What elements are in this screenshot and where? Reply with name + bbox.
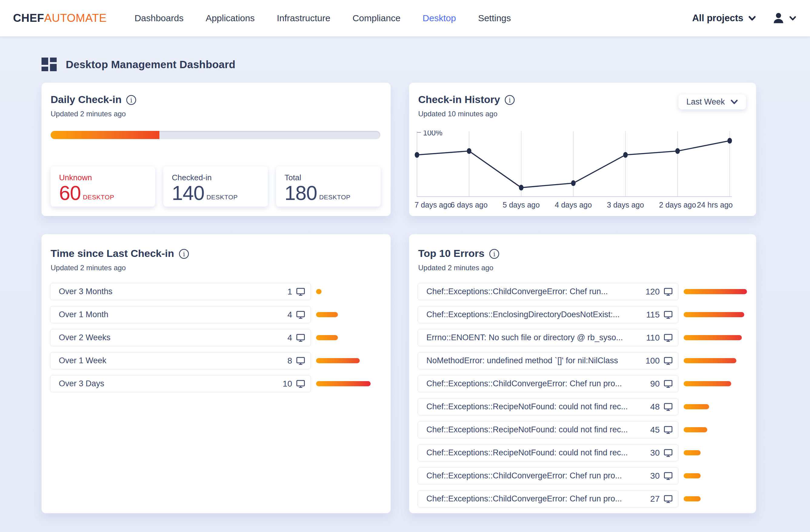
nav-item[interactable]: Applications [206, 13, 255, 23]
row-label: Chef::Exceptions::EnclosingDirectoryDoes… [426, 310, 646, 319]
user-menu-button[interactable] [772, 12, 796, 25]
page-title-row: Desktop Management Dashboard [42, 57, 810, 71]
time-row-box[interactable]: Over 1 Month 4 [50, 306, 311, 323]
error-row-box[interactable]: NoMethodError: undefined method `[]' for… [418, 352, 679, 369]
nav-item[interactable]: Infrastructure [277, 13, 330, 23]
checkin-history-chart: 100%7 days ago6 days ago5 days ago4 days… [409, 131, 756, 212]
row-label: Chef::Exceptions::RecipeNotFound: could … [426, 425, 650, 434]
row-label: Chef::Exceptions::RecipeNotFound: could … [426, 448, 650, 458]
error-row-box[interactable]: Chef::Exceptions::ChildConvergeError: Ch… [418, 467, 679, 484]
row-bar [684, 358, 736, 363]
history-chart-svg: 100%7 days ago6 days ago5 days ago4 days… [409, 131, 756, 212]
chevron-down-icon [789, 15, 796, 21]
chef-automate-logo[interactable]: CHEFAUTOMATE [13, 12, 107, 24]
top-navigation: CHEFAUTOMATE Dashboards Applications Inf… [0, 0, 810, 36]
info-icon[interactable]: i [489, 248, 500, 259]
nav-item[interactable]: Desktop [423, 13, 456, 23]
row-count: 100 [646, 356, 660, 366]
list-item: Chef::Exceptions::RecipeNotFound: could … [418, 421, 756, 438]
time-since-card: Time since Last Check-in i Updated 2 min… [42, 234, 391, 513]
nav-item[interactable]: Compliance [353, 13, 400, 23]
info-icon[interactable]: i [504, 95, 515, 105]
nav-item[interactable]: Settings [478, 13, 511, 23]
error-row-box[interactable]: Chef::Exceptions::RecipeNotFound: could … [418, 421, 679, 438]
info-icon[interactable]: i [126, 95, 137, 105]
stat-unknown[interactable]: Unknown 60 DESKTOP [51, 166, 155, 206]
list-item: Chef::Exceptions::ChildConvergeError: Ch… [418, 467, 756, 484]
time-range-selector[interactable]: Last Week [678, 94, 746, 110]
svg-text:24 hrs ago: 24 hrs ago [697, 201, 733, 209]
stat-label: Unknown [59, 173, 155, 182]
row-bar [316, 358, 360, 363]
daily-checkin-title: Daily Check-in [51, 94, 122, 105]
list-item: Chef::Exceptions::EnclosingDirectoryDoes… [418, 306, 756, 323]
errors-list: Chef::Exceptions::ChildConvergeError: Ch… [418, 283, 756, 508]
svg-text:2 days ago: 2 days ago [659, 201, 696, 209]
row-label: Chef::Exceptions::ChildConvergeError: Ch… [426, 287, 646, 296]
chevron-down-icon [748, 15, 756, 21]
row-count: 110 [646, 333, 660, 343]
svg-text:5 days ago: 5 days ago [503, 201, 540, 209]
row-label: Errno::ENOENT: No such file or directory… [426, 333, 646, 342]
desktop-monitor-icon [295, 356, 306, 366]
svg-text:3 days ago: 3 days ago [607, 201, 644, 209]
desktop-monitor-icon [663, 471, 673, 481]
svg-text:7 days ago: 7 days ago [415, 201, 452, 209]
svg-text:4 days ago: 4 days ago [555, 201, 592, 209]
desktop-monitor-icon [663, 356, 673, 366]
row-label: Chef::Exceptions::ChildConvergeError: Ch… [426, 379, 650, 388]
desktop-monitor-icon [663, 333, 673, 343]
stat-total[interactable]: Total 180 DESKTOP [276, 166, 380, 206]
error-row-box[interactable]: Chef::Exceptions::ChildConvergeError: Ch… [418, 283, 679, 300]
desktop-monitor-icon [663, 287, 673, 297]
svg-text:i: i [183, 250, 185, 257]
time-since-updated: Updated 2 minutes ago [51, 264, 377, 272]
desktop-monitor-icon [663, 448, 673, 458]
daily-checkin-card: Daily Check-in i Updated 2 minutes ago U… [42, 83, 391, 216]
error-row-box[interactable]: Errno::ENOENT: No such file or directory… [418, 329, 679, 346]
time-row-box[interactable]: Over 2 Weeks 4 [50, 329, 311, 346]
nav-items: Dashboards Applications Infrastructure C… [134, 13, 511, 23]
list-item: Chef::Exceptions::RecipeNotFound: could … [418, 444, 756, 461]
main-content: Desktop Management Dashboard Daily Check… [0, 36, 810, 513]
nav-item[interactable]: Dashboards [134, 13, 184, 23]
time-range-label: Last Week [686, 97, 725, 107]
time-row-box[interactable]: Over 1 Week 8 [50, 352, 311, 369]
top-errors-updated: Updated 2 minutes ago [418, 264, 743, 272]
error-row-box[interactable]: Chef::Exceptions::EnclosingDirectoryDoes… [418, 306, 679, 323]
row-count: 30 [650, 471, 660, 481]
time-row-box[interactable]: Over 3 Months 1 [50, 283, 311, 300]
time-row-box[interactable]: Over 3 Days 10 [50, 375, 311, 392]
list-item: NoMethodError: undefined method `[]' for… [418, 352, 756, 369]
error-row-box[interactable]: Chef::Exceptions::RecipeNotFound: could … [418, 444, 679, 461]
svg-text:6 days ago: 6 days ago [451, 201, 488, 209]
desktop-monitor-icon [295, 379, 306, 389]
error-row-box[interactable]: Chef::Exceptions::ChildConvergeError: Ch… [418, 490, 679, 508]
checkin-progress-fill [51, 131, 159, 139]
list-item: Over 1 Week 8 [50, 352, 391, 369]
list-item: Errno::ENOENT: No such file or directory… [418, 329, 756, 346]
row-count: 4 [287, 310, 292, 320]
row-bar [684, 289, 747, 294]
svg-text:i: i [493, 250, 495, 257]
row-label: Over 3 Months [59, 287, 287, 296]
row-label: Chef::Exceptions::ChildConvergeError: Ch… [426, 471, 650, 481]
row-bar [684, 473, 701, 478]
projects-selector[interactable]: All projects [692, 13, 756, 23]
error-row-box[interactable]: Chef::Exceptions::RecipeNotFound: could … [418, 398, 679, 415]
row-label: Over 3 Days [59, 379, 283, 388]
stat-checked-in[interactable]: Checked-in 140 DESKTOP [163, 166, 268, 206]
list-item: Over 3 Months 1 [50, 283, 391, 300]
row-bar [316, 312, 338, 317]
row-label: Chef::Exceptions::ChildConvergeError: Ch… [426, 494, 650, 503]
desktop-monitor-icon [295, 310, 306, 320]
desktop-monitor-icon [663, 494, 673, 504]
stat-unit: DESKTOP [206, 194, 238, 203]
list-item: Chef::Exceptions::ChildConvergeError: Ch… [418, 283, 756, 300]
row-label: Over 1 Week [59, 356, 287, 365]
error-row-box[interactable]: Chef::Exceptions::ChildConvergeError: Ch… [418, 375, 679, 392]
row-count: 27 [650, 494, 660, 504]
row-count: 1 [287, 287, 292, 297]
info-icon[interactable]: i [178, 248, 189, 259]
time-since-title: Time since Last Check-in [51, 248, 174, 259]
